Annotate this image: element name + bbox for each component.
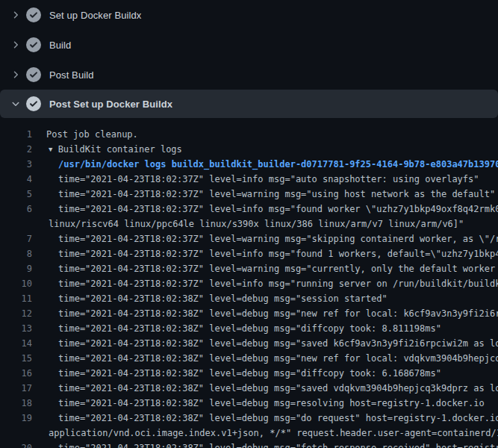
log-line: 8time="2021-04-23T18:02:37Z" level=info …	[0, 246, 498, 261]
log-text: time="2021-04-23T18:02:37Z" level=warnin…	[58, 261, 498, 276]
log-line: 4time="2021-04-23T18:02:37Z" level=info …	[0, 172, 498, 187]
job-log-panel: Set up Docker Buildx Build Post Build Po…	[0, 0, 498, 448]
line-number[interactable]: 8	[0, 246, 32, 261]
check-circle-icon	[26, 37, 41, 52]
line-number[interactable]: 4	[0, 172, 32, 187]
line-number	[0, 217, 32, 231]
line-number[interactable]: 14	[0, 336, 32, 351]
chevron-right-icon	[10, 10, 21, 20]
log-line: 10time="2021-04-23T18:02:37Z" level=info…	[0, 276, 498, 291]
step-header-build[interactable]: Build	[0, 30, 498, 60]
log-line: 15time="2021-04-23T18:02:38Z" level=debu…	[0, 351, 498, 366]
line-number[interactable]: 15	[0, 351, 32, 366]
log-text: time="2021-04-23T18:02:38Z" level=debug …	[58, 351, 498, 366]
step-label: Post Set up Docker Buildx	[49, 99, 172, 110]
log-line: 18time="2021-04-23T18:02:38Z" level=debu…	[0, 396, 498, 411]
line-number[interactable]: 13	[0, 321, 32, 336]
log-text: time="2021-04-23T18:02:37Z" level=info m…	[58, 172, 479, 187]
line-number[interactable]: 12	[0, 306, 32, 321]
log-line: 16time="2021-04-23T18:02:38Z" level=debu…	[0, 366, 498, 381]
line-number[interactable]: 19	[0, 411, 32, 426]
chevron-down-icon	[10, 99, 21, 109]
log-text: time="2021-04-23T18:02:38Z" level=debug …	[58, 396, 485, 411]
log-line: 1Post job cleanup.	[0, 127, 498, 142]
log-text: Post job cleanup.	[46, 127, 138, 142]
log-viewer: 1Post job cleanup.2▼ BuildKit container …	[0, 118, 498, 448]
log-line: 6time="2021-04-23T18:02:37Z" level=info …	[0, 202, 498, 217]
collapse-triangle-icon[interactable]: ▼	[49, 142, 52, 157]
line-number[interactable]: 3	[0, 157, 32, 172]
line-number[interactable]: 16	[0, 366, 32, 381]
log-text: time="2021-04-23T18:02:37Z" level=warnin…	[58, 187, 495, 202]
log-line: 14time="2021-04-23T18:02:38Z" level=debu…	[0, 336, 498, 351]
line-number[interactable]: 10	[0, 276, 32, 291]
check-circle-icon	[26, 67, 41, 82]
command-text: /usr/bin/docker logs buildx_buildkit_bui…	[58, 157, 498, 172]
log-text: time="2021-04-23T18:02:38Z" level=debug …	[58, 321, 441, 336]
log-line: 20time="2021-04-23T18:02:38Z" level=debu…	[0, 441, 498, 448]
step-label: Build	[49, 40, 71, 51]
log-line: 12time="2021-04-23T18:02:38Z" level=debu…	[0, 306, 498, 321]
line-number[interactable]: 20	[0, 441, 32, 448]
log-line: 3/usr/bin/docker logs buildx_buildkit_bu…	[0, 157, 498, 172]
check-circle-icon	[26, 7, 41, 22]
line-number[interactable]: 11	[0, 291, 32, 306]
log-text: time="2021-04-23T18:02:37Z" level=warnin…	[58, 231, 498, 246]
line-number[interactable]: 7	[0, 231, 32, 246]
log-group-toggle[interactable]: 2▼ BuildKit container logs	[0, 142, 498, 157]
line-number[interactable]: 9	[0, 261, 32, 276]
chevron-right-icon	[10, 69, 21, 80]
log-text: time="2021-04-23T18:02:38Z" level=debug …	[58, 411, 498, 426]
log-text: linux/riscv64 linux/ppc64le linux/s390x …	[49, 217, 464, 231]
line-number[interactable]: 6	[0, 202, 32, 217]
check-circle-icon	[26, 96, 41, 111]
step-header-set-up-docker-buildx[interactable]: Set up Docker Buildx	[0, 0, 498, 30]
log-line: 19time="2021-04-23T18:02:38Z" level=debu…	[0, 411, 498, 426]
line-number[interactable]: 17	[0, 381, 32, 396]
step-header-post-build[interactable]: Post Build	[0, 60, 498, 90]
log-text: time="2021-04-23T18:02:38Z" level=debug …	[58, 291, 387, 306]
line-number[interactable]: 18	[0, 396, 32, 411]
log-line: linux/riscv64 linux/ppc64le linux/s390x …	[0, 217, 498, 231]
log-text: ▼ BuildKit container logs	[49, 142, 182, 157]
log-text: time="2021-04-23T18:02:37Z" level=info m…	[58, 246, 498, 261]
log-text: time="2021-04-23T18:02:37Z" level=info m…	[58, 276, 498, 291]
log-text: time="2021-04-23T18:02:38Z" level=debug …	[58, 306, 498, 321]
log-text: time="2021-04-23T18:02:38Z" level=debug …	[58, 381, 498, 396]
log-line: 9time="2021-04-23T18:02:37Z" level=warni…	[0, 261, 498, 276]
log-text: time="2021-04-23T18:02:38Z" level=debug …	[58, 336, 498, 351]
line-number[interactable]: 5	[0, 187, 32, 202]
line-number	[0, 426, 32, 441]
log-line: 5time="2021-04-23T18:02:37Z" level=warni…	[0, 187, 498, 202]
step-label: Set up Docker Buildx	[49, 10, 141, 21]
log-line: application/vnd.oci.image.index.v1+json,…	[0, 426, 498, 441]
log-line: 11time="2021-04-23T18:02:38Z" level=debu…	[0, 291, 498, 306]
log-text: time="2021-04-23T18:02:37Z" level=info m…	[58, 202, 498, 217]
line-number[interactable]: 2	[0, 142, 32, 157]
log-line: 13time="2021-04-23T18:02:38Z" level=debu…	[0, 321, 498, 336]
log-text: time="2021-04-23T18:02:38Z" level=debug …	[58, 366, 441, 381]
log-text: time="2021-04-23T18:02:38Z" level=debug …	[58, 441, 498, 448]
step-label: Post Build	[49, 69, 94, 81]
chevron-right-icon	[10, 40, 21, 50]
log-line: 7time="2021-04-23T18:02:37Z" level=warni…	[0, 231, 498, 246]
line-number[interactable]: 1	[0, 127, 32, 142]
log-text: application/vnd.oci.image.index.v1+json,…	[49, 426, 498, 441]
log-line: 17time="2021-04-23T18:02:38Z" level=debu…	[0, 381, 498, 396]
step-header-post-set-up-docker-buildx[interactable]: Post Set up Docker Buildx	[0, 90, 498, 118]
